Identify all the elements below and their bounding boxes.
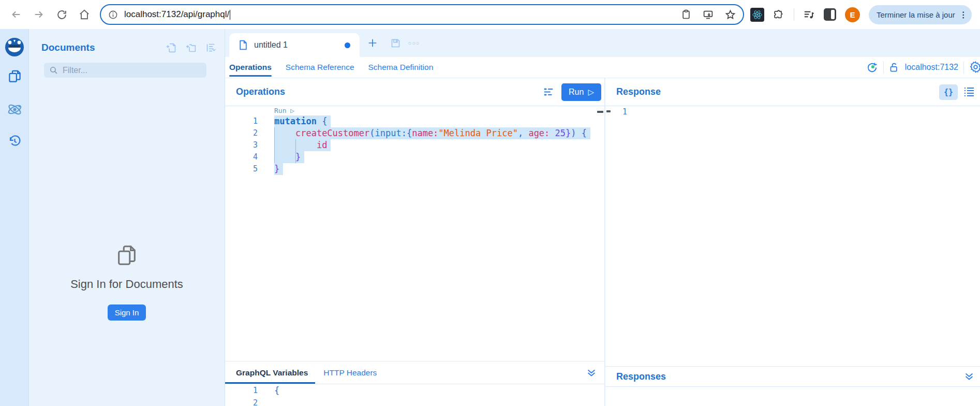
search-icon: [49, 66, 58, 75]
documents-title: Documents: [41, 42, 95, 53]
line-number: 2: [225, 127, 258, 139]
connection-refresh-icon[interactable]: [866, 62, 878, 74]
code-line[interactable]: 3 id: [225, 139, 604, 151]
connection-status-area: localhost:7132: [866, 57, 980, 78]
text-caret: [230, 10, 230, 20]
line-number: 3: [225, 139, 258, 151]
prettify-icon[interactable]: [542, 85, 555, 99]
code-line[interactable]: 4 }: [225, 151, 604, 163]
operations-code-editor[interactable]: Run ▷ 1mutation {2 createCustomer(input:…: [225, 106, 604, 361]
schema-atom-icon[interactable]: [0, 102, 29, 118]
workspace: untitled 1 ○○○ Operations Schema Referen…: [225, 29, 980, 406]
new-document-icon[interactable]: [166, 42, 177, 53]
operations-pane-title: Operations: [236, 86, 285, 97]
url-text[interactable]: localhost:7132/api/graphql/: [124, 9, 229, 20]
tab-http-headers[interactable]: HTTP Headers: [323, 368, 377, 384]
address-bar[interactable]: localhost:7132/api/graphql/: [100, 4, 744, 25]
document-tabbar: untitled 1 ○○○: [225, 29, 980, 57]
signin-empty-state: Sign In for Documents Sign In: [29, 243, 225, 321]
home-icon[interactable]: [78, 8, 91, 21]
code-line[interactable]: 1mutation {: [225, 115, 604, 127]
toolbar-separator: [794, 8, 794, 21]
collapse-responses-icon[interactable]: [963, 371, 975, 382]
site-info-icon[interactable]: [108, 10, 118, 20]
more-options-icon[interactable]: ○○○: [407, 36, 421, 50]
filter-placeholder: Filter...: [63, 66, 87, 75]
tab-operations[interactable]: Operations: [229, 63, 272, 77]
history-icon[interactable]: [0, 134, 29, 148]
save-icon[interactable]: [389, 36, 402, 50]
responses-title: Responses: [616, 371, 666, 382]
documents-rail-icon[interactable]: [0, 69, 29, 83]
activity-rail: [0, 29, 29, 406]
unlocked-icon[interactable]: [889, 62, 900, 73]
filter-input[interactable]: Filter...: [44, 63, 206, 78]
document-tab-title: untitled 1: [254, 40, 288, 50]
documents-panel: Documents Filter...: [29, 29, 225, 406]
responses-bar: Responses: [605, 366, 980, 387]
endpoint-label[interactable]: localhost:7132: [905, 63, 958, 72]
code-line[interactable]: 1{: [225, 384, 604, 397]
browser-menu-icon[interactable]: ⋮: [959, 10, 968, 20]
run-button[interactable]: Run ▷: [561, 83, 601, 101]
send-to-device-icon[interactable]: [703, 9, 714, 20]
code-line[interactable]: 1: [605, 106, 980, 118]
line-text: }: [274, 163, 283, 175]
response-pane-header: Response {}: [605, 78, 980, 106]
code-line[interactable]: 5}: [225, 163, 604, 175]
extensions-area: E Terminer la mise à jour ⋮: [750, 0, 980, 29]
line-number: 1: [225, 384, 258, 397]
tab-graphql-variables[interactable]: GraphQL Variables: [236, 368, 308, 384]
browser-toolbar: localhost:7132/api/graphql/: [0, 0, 980, 29]
collapse-tree-icon[interactable]: [205, 42, 216, 53]
line-text: }: [274, 151, 304, 163]
media-controls-icon[interactable]: [803, 9, 815, 21]
response-pane: Response {} 1 Responses: [605, 78, 980, 406]
run-code-lens[interactable]: Run ▷: [274, 106, 604, 115]
document-tab[interactable]: untitled 1: [229, 33, 360, 57]
code-line[interactable]: 2: [225, 397, 604, 406]
browser-update-button[interactable]: Terminer la mise à jour ⋮: [869, 5, 972, 24]
sign-in-button[interactable]: Sign In: [108, 304, 146, 321]
status-separator: [883, 61, 884, 74]
line-text: id: [274, 139, 331, 151]
json-view-button[interactable]: {}: [939, 84, 958, 100]
react-devtools-icon[interactable]: [750, 8, 764, 22]
bookmark-star-icon[interactable]: [725, 9, 736, 20]
variables-code-editor[interactable]: 1{2: [225, 384, 604, 406]
clipboard-icon[interactable]: [681, 9, 691, 20]
response-code-editor[interactable]: 1: [605, 106, 980, 366]
line-number: 2: [225, 397, 258, 406]
side-panel-icon[interactable]: [824, 8, 836, 21]
unsaved-indicator-dot: [345, 42, 350, 48]
indent-guide: [274, 127, 275, 163]
forward-icon[interactable]: [32, 8, 46, 21]
new-tab-icon[interactable]: [366, 36, 379, 50]
bananacakepop-logo[interactable]: [0, 37, 29, 57]
line-text: mutation {: [274, 115, 331, 127]
variables-tabbar: GraphQL Variables HTTP Headers: [225, 361, 604, 384]
response-pane-title: Response: [616, 86, 661, 97]
line-number: 1: [225, 115, 258, 127]
collapse-panel-icon[interactable]: [586, 367, 597, 379]
run-button-label: Run: [569, 88, 584, 97]
new-folder-icon[interactable]: [186, 42, 197, 53]
line-number: 5: [225, 163, 258, 175]
settings-gear-icon[interactable]: [969, 61, 980, 74]
update-button-label: Terminer la mise à jour: [877, 10, 955, 19]
operations-code: 1mutation {2 createCustomer(input:{name:…: [225, 115, 604, 175]
back-icon[interactable]: [9, 8, 23, 21]
document-nav-tabs: Operations Schema Reference Schema Defin…: [225, 57, 980, 78]
extensions-puzzle-icon[interactable]: [773, 9, 785, 21]
line-number: 4: [225, 151, 258, 163]
profile-avatar[interactable]: E: [845, 7, 860, 22]
list-view-icon[interactable]: [961, 85, 977, 99]
tab-schema-reference[interactable]: Schema Reference: [286, 63, 354, 77]
reload-icon[interactable]: [55, 8, 68, 21]
code-line[interactable]: 2 createCustomer(input:{name:"Melinda Pr…: [225, 127, 604, 139]
operations-pane-header: Operations Run ▷: [225, 78, 604, 106]
tab-schema-definition[interactable]: Schema Definition: [368, 63, 434, 77]
response-code: 1: [605, 106, 980, 118]
operations-pane: Operations Run ▷ Run ▷ 1mutation {2 crea…: [225, 78, 604, 406]
variables-code: 1{2: [225, 384, 604, 406]
